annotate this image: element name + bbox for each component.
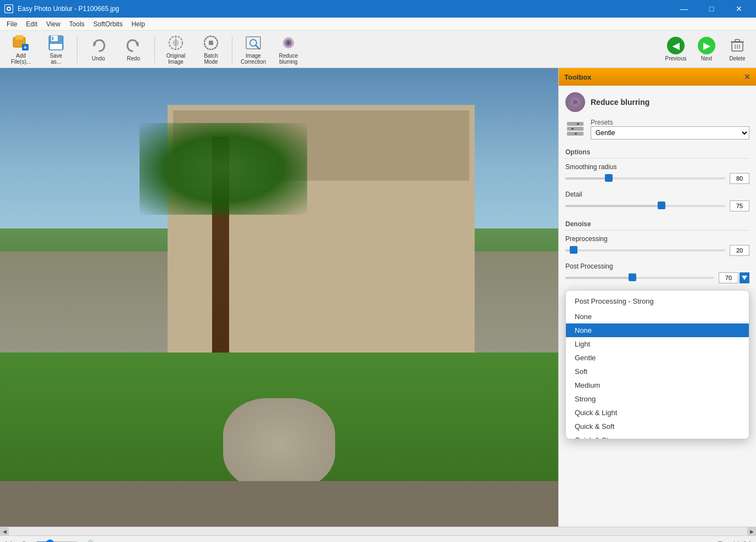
image-correction-button[interactable]: ImageCorrection <box>237 33 270 65</box>
dropdown-item-light[interactable]: Light <box>566 337 749 351</box>
previous-button[interactable]: ◀ Previous <box>662 33 690 65</box>
svg-rect-18 <box>209 41 213 45</box>
svg-rect-10 <box>50 44 62 49</box>
postprocessing-label: Post Processing <box>565 262 613 270</box>
postprocessing-thumb[interactable] <box>629 273 636 281</box>
toolbar-right: ◀ Previous ▶ Next Delete <box>662 33 752 65</box>
presets-icon <box>565 121 585 137</box>
denoise-title: Denoise <box>565 218 749 231</box>
titlebar-title: Easy Photo Unblur - P1100665.jpg <box>18 5 119 13</box>
redo-button[interactable]: Redo <box>117 33 150 65</box>
presets-row: Presets None Gentle Soft Medium Strong <box>565 119 749 139</box>
close-button[interactable]: ✕ <box>726 0 752 18</box>
dropdown-item-medium[interactable]: Medium <box>566 378 749 392</box>
scroll-left-button[interactable]: ◀ <box>0 527 9 536</box>
image-correction-icon <box>244 34 262 52</box>
add-files-icon: + <box>12 34 30 52</box>
preprocessing-thumb[interactable] <box>570 246 577 254</box>
menu-view[interactable]: View <box>42 19 65 29</box>
next-label: Next <box>701 55 713 62</box>
postprocessing-track[interactable] <box>565 277 714 279</box>
menu-file[interactable]: File <box>2 19 21 29</box>
preprocessing-slider-container: 20 <box>565 245 749 256</box>
toolbox-close-button[interactable]: ✕ <box>744 72 751 81</box>
undo-button[interactable]: Undo <box>82 33 115 65</box>
smoothing-radius-label: Smoothing radius <box>565 163 749 171</box>
dropdown-item-quick-soft[interactable]: Quick & Soft <box>566 420 749 433</box>
svg-rect-9 <box>52 37 53 40</box>
photo-canvas <box>0 68 558 527</box>
detail-slider-container: 75 <box>565 200 749 211</box>
dropdown-item-quick-strong[interactable]: Quick & Strong <box>566 433 749 439</box>
reduce-blurring-button[interactable]: Reduce blurring <box>272 33 305 65</box>
scroll-track[interactable] <box>9 527 747 535</box>
minimize-button[interactable]: — <box>671 0 697 18</box>
preprocessing-row: Preprocessing 20 <box>565 235 749 256</box>
denoise-section: Denoise Preprocessing 20 Post <box>565 218 749 283</box>
zoom-slider[interactable] <box>35 539 79 543</box>
postprocessing-slider-container: 70 <box>565 272 749 283</box>
previous-label: Previous <box>665 55 687 62</box>
dropdown-item-gentle[interactable]: Gentle <box>566 351 749 365</box>
image-area[interactable] <box>0 68 558 527</box>
rock <box>223 398 335 490</box>
next-button[interactable]: ▶ Next <box>692 33 721 65</box>
maximize-button[interactable]: □ <box>699 0 724 18</box>
smoothing-radius-fill <box>565 177 609 180</box>
preprocessing-track[interactable] <box>565 249 725 252</box>
redo-icon <box>125 37 142 54</box>
scroll-right-button[interactable]: ▶ <box>747 527 756 536</box>
dropdown-title: Post Processing - Strong <box>566 293 749 310</box>
road <box>0 481 558 527</box>
dropdown-inner: Post Processing - Strong None None Light… <box>566 290 749 439</box>
detail-track[interactable] <box>565 205 725 207</box>
toolbar: + AddFile(s)... Saveas... Undo <box>0 31 756 68</box>
original-image-label: OriginalImage <box>166 53 185 65</box>
delete-button[interactable]: Delete <box>723 33 752 65</box>
dropdown-none-static[interactable]: None <box>566 310 749 323</box>
smoothing-radius-thumb[interactable] <box>605 174 613 182</box>
preprocessing-value[interactable]: 20 <box>730 245 749 256</box>
svg-marker-39 <box>742 276 747 280</box>
smoothing-radius-track[interactable] <box>565 177 725 180</box>
menu-help[interactable]: Help <box>127 19 149 29</box>
dropdown-tooltip: Post Processing - Strong None None Light… <box>565 290 749 439</box>
previous-icon: ◀ <box>667 37 685 54</box>
menu-softorbits[interactable]: SoftOrbits <box>89 19 127 29</box>
postprocessing-dropdown-btn[interactable] <box>740 272 749 283</box>
dropdown-item-quick-light[interactable]: Quick & Light <box>566 406 749 420</box>
batch-mode-button[interactable]: BatchMode <box>194 33 227 65</box>
separator-2 <box>154 36 155 63</box>
save-icon <box>47 34 65 52</box>
menu-edit[interactable]: Edit <box>21 19 42 29</box>
dropdown-item-soft[interactable]: Soft <box>566 365 749 378</box>
save-as-button[interactable]: Saveas... <box>40 33 73 65</box>
statusbar: 1:1 ⊕ 🔍 Time (s): 0.1 <box>0 535 756 542</box>
dropdown-item-none[interactable]: None <box>566 323 749 337</box>
zoom-plus-icon: 🔍 <box>88 540 96 542</box>
batch-mode-label: BatchMode <box>204 53 218 65</box>
options-title: Options <box>565 146 749 159</box>
svg-rect-33 <box>567 122 583 126</box>
save-as-label: Saveas... <box>50 53 63 65</box>
original-image-button[interactable]: OriginalImage <box>159 33 192 65</box>
svg-rect-38 <box>575 133 577 135</box>
reduce-blurring-section-icon <box>565 92 585 112</box>
titlebar: Easy Photo Unblur - P1100665.jpg — □ ✕ <box>0 0 756 18</box>
detail-thumb[interactable] <box>658 202 665 209</box>
presets-select[interactable]: None Gentle Soft Medium Strong <box>591 126 749 139</box>
delete-icon <box>729 37 746 54</box>
add-files-button[interactable]: + AddFile(s)... <box>4 33 37 65</box>
smoothing-radius-value[interactable]: 80 <box>730 173 749 184</box>
zoom-level: 1:1 <box>4 540 13 543</box>
separator-3 <box>232 36 232 63</box>
separator-1 <box>77 36 77 63</box>
menu-tools[interactable]: Tools <box>65 19 89 29</box>
svg-rect-37 <box>571 128 574 130</box>
detail-value[interactable]: 75 <box>730 200 749 211</box>
horizontal-scrollbar[interactable]: ◀ ▶ <box>0 527 756 535</box>
add-files-label: AddFile(s)... <box>11 53 31 65</box>
svg-point-2 <box>8 8 10 10</box>
dropdown-item-strong[interactable]: Strong <box>566 392 749 406</box>
postprocessing-value[interactable]: 70 <box>719 272 738 283</box>
